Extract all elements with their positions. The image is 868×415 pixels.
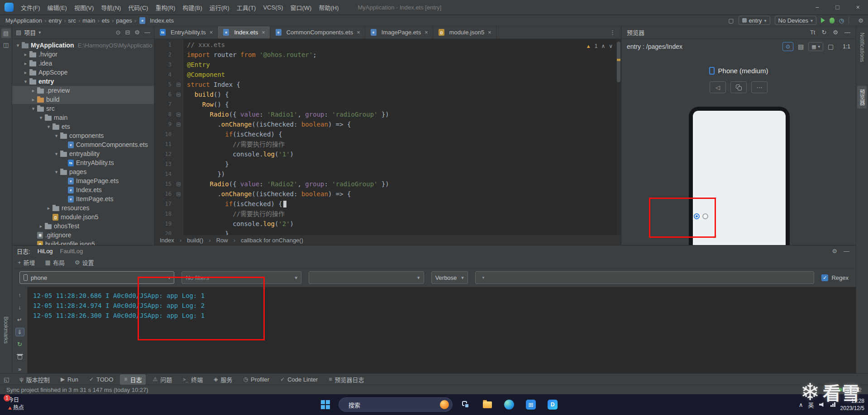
breadcrumb-item[interactable]: Row xyxy=(216,237,228,244)
run-config-dropdown[interactable]: entry▾ xyxy=(739,16,770,25)
menu-item[interactable]: 文件(F) xyxy=(17,0,44,15)
tree-chevron-icon[interactable]: ▾ xyxy=(15,42,21,48)
scrollbar-thumb[interactable] xyxy=(617,42,620,82)
device-dropdown[interactable]: No Devices▾ xyxy=(775,16,817,25)
regex-checkbox[interactable]: ✓ xyxy=(821,274,828,281)
tool-tab-3[interactable]: ≡日志 xyxy=(120,374,146,385)
run-button[interactable] xyxy=(821,18,825,23)
menu-item[interactable]: 重构(R) xyxy=(152,0,179,15)
news-widget[interactable]: 1 今日 热点 xyxy=(8,396,24,412)
log-action[interactable]: ⚙设置 xyxy=(75,258,94,267)
network-icon[interactable] xyxy=(830,402,835,407)
tool-tab-4[interactable]: ⚠问题 xyxy=(148,374,176,385)
bookmarks-stripe-label[interactable]: Bookmarks xyxy=(3,316,9,344)
close-icon[interactable]: × xyxy=(424,29,428,36)
close-icon[interactable]: × xyxy=(488,29,491,36)
warning-marker[interactable] xyxy=(617,59,620,61)
view-mode-dropdown[interactable]: ▦ ▾ xyxy=(808,42,823,51)
tree-row[interactable]: ▾components xyxy=(12,131,154,140)
code-line[interactable]: 11 //需要执行的操作 xyxy=(154,139,621,149)
tree-row[interactable]: ▸.idea xyxy=(12,59,154,68)
device-manager-icon[interactable]: ▢ xyxy=(728,17,734,24)
tree-row[interactable]: ▸ohosTest xyxy=(12,222,154,231)
tree-row[interactable]: ▸.hvigor xyxy=(12,50,154,59)
close-icon[interactable]: × xyxy=(262,29,265,36)
log-output[interactable]: 12-05 11:28:20.686 I A0c0d0/JSApp: app L… xyxy=(28,287,856,373)
tree-chevron-icon[interactable]: ▸ xyxy=(23,70,29,75)
hide-panel-icon[interactable]: — xyxy=(144,29,150,36)
volume-icon[interactable] xyxy=(819,402,825,407)
breadcrumb-item[interactable]: pages xyxy=(116,17,132,24)
maximize-icon[interactable]: □ xyxy=(827,0,848,15)
tree-row[interactable]: ▸.preview xyxy=(12,86,154,95)
close-icon[interactable]: × xyxy=(210,29,213,36)
code-line[interactable]: 1// xxx.ets xyxy=(154,40,621,50)
editor-tab[interactable]: {}module.json5× xyxy=(433,26,496,38)
tree-row[interactable]: ▸resources xyxy=(12,203,154,212)
font-preview-icon[interactable]: Tt xyxy=(810,29,816,36)
code-line[interactable]: 5−struct Index { xyxy=(154,80,621,90)
menu-item[interactable]: 构建(B) xyxy=(179,0,205,15)
radio1-selected[interactable] xyxy=(694,213,700,219)
rotate-button[interactable] xyxy=(730,81,747,93)
code-line[interactable]: 12 console.log('1') xyxy=(154,149,621,159)
breadcrumb-item[interactable]: Index xyxy=(160,237,174,244)
tree-chevron-icon[interactable]: ▸ xyxy=(46,205,52,211)
log-filter-dropdown[interactable]: No filters▾ xyxy=(181,271,301,284)
fold-marker[interactable]: − xyxy=(175,93,183,97)
code-line[interactable]: 16− .onChange((isChecked: boolean) => { xyxy=(154,189,621,199)
debug-button[interactable] xyxy=(830,18,835,24)
project-stripe-icon[interactable]: ▤ xyxy=(1,28,11,38)
ime-indicator[interactable]: 英 xyxy=(808,401,814,409)
hide-log-panel-icon[interactable]: — xyxy=(844,248,849,255)
hide-previewer-icon[interactable]: — xyxy=(844,29,850,36)
code-line[interactable]: 14 }) xyxy=(154,169,621,179)
fit-frame-icon[interactable]: ▢ xyxy=(828,43,834,50)
tree-chevron-icon[interactable]: ▸ xyxy=(38,223,44,229)
tool-tab-1[interactable]: ▶Run xyxy=(57,374,82,385)
tree-row[interactable]: {}module.json5 xyxy=(12,212,154,222)
task-view-button[interactable] xyxy=(457,396,474,414)
tree-chevron-icon[interactable]: ▸ xyxy=(23,52,29,57)
menu-item[interactable]: 代码(C) xyxy=(124,0,152,15)
code-line[interactable]: 19 console.log('2') xyxy=(154,219,621,229)
menu-item[interactable]: 窗口(W) xyxy=(287,0,315,15)
store-button[interactable]: ⊞ xyxy=(522,396,539,414)
tree-row[interactable]: ▾ets xyxy=(12,122,154,131)
refresh-icon[interactable]: ↻ xyxy=(821,29,826,36)
breadcrumb-item[interactable]: ets xyxy=(102,17,110,24)
tree-chevron-icon[interactable]: ▾ xyxy=(30,106,36,112)
tree-chevron-icon[interactable]: ▸ xyxy=(30,97,36,103)
file-explorer-button[interactable] xyxy=(479,396,496,414)
code-line[interactable]: 2import router from '@ohos.router'; xyxy=(154,50,621,60)
scroll-to-end-icon[interactable]: ⇓ xyxy=(15,328,24,336)
tree-chevron-icon[interactable]: ▾ xyxy=(53,169,59,175)
prev-problem-icon[interactable]: ∧ xyxy=(601,43,605,49)
fold-marker[interactable]: − xyxy=(175,113,183,117)
code-line[interactable]: 18 //需要执行的操作 xyxy=(154,209,621,219)
scroll-to-top-icon[interactable]: ↑ xyxy=(15,291,24,299)
tree-chevron-icon[interactable]: ▾ xyxy=(46,124,52,130)
code-editor[interactable]: 1// xxx.ets2import router from '@ohos.ro… xyxy=(154,39,621,235)
tool-tab-0[interactable]: ψ版本控制 xyxy=(15,374,54,385)
editor-tab[interactable]: tsEntryAbility.ts× xyxy=(154,26,218,38)
code-line[interactable]: 4@Component xyxy=(154,70,621,80)
tree-row[interactable]: ▸build xyxy=(12,95,154,104)
device-filter-dropdown[interactable]: phone▾ xyxy=(19,271,174,284)
tree-row[interactable]: eCommonComponents.ets xyxy=(12,140,154,149)
tool-tab-7[interactable]: ◷Profiler xyxy=(239,374,273,385)
log-search-input[interactable]: ▾ xyxy=(475,271,815,284)
zoom-level[interactable]: 1:1 xyxy=(843,43,850,50)
restart-icon[interactable]: ↻ xyxy=(15,340,24,349)
menu-item[interactable]: 导航(N) xyxy=(97,0,124,15)
notifications-stripe-label[interactable]: Notifications xyxy=(859,33,865,62)
tree-row[interactable]: eItemPage.ets xyxy=(12,194,154,203)
tree-chevron-icon[interactable]: ▾ xyxy=(23,79,29,85)
log-tab[interactable]: FaultLog xyxy=(60,248,83,255)
back-button[interactable]: ◁ xyxy=(710,81,726,93)
code-line[interactable]: 9− .onChange((isChecked: boolean) => { xyxy=(154,119,621,129)
fold-marker[interactable]: − xyxy=(175,192,183,196)
more-actions-icon[interactable]: » xyxy=(15,365,24,373)
code-line[interactable]: 13 } xyxy=(154,159,621,169)
code-line[interactable]: 6− build() { xyxy=(154,90,621,99)
